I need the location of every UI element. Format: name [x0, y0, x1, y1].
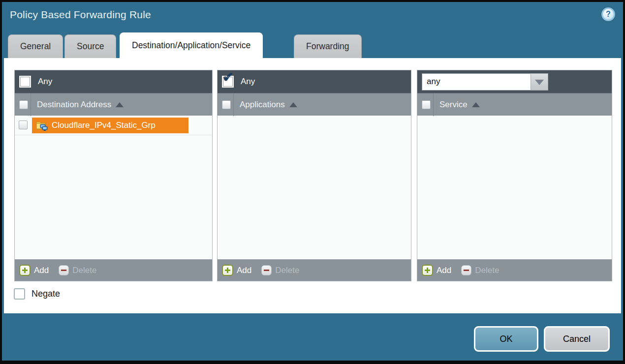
plus-icon: [19, 265, 31, 276]
dialog-title: Policy Based Forwarding Rule: [10, 9, 151, 21]
destination-header-row: Destination Address: [15, 93, 212, 116]
pbf-rule-dialog: Policy Based Forwarding Rule ? General S…: [0, 0, 625, 364]
minus-icon: [461, 265, 471, 275]
service-footer: Add Delete: [417, 259, 612, 281]
negate-checkbox[interactable]: [14, 288, 25, 300]
tab-general[interactable]: General: [8, 34, 63, 58]
service-type-value[interactable]: any: [422, 73, 531, 91]
header-divider: [31, 93, 31, 116]
help-glyph: ?: [606, 10, 611, 19]
cancel-button[interactable]: Cancel: [544, 326, 610, 352]
destination-footer: Add Delete: [15, 259, 212, 281]
applications-delete-button[interactable]: Delete: [261, 265, 299, 275]
sort-ascending-icon[interactable]: [289, 102, 297, 107]
applications-any-label: Any: [241, 77, 255, 87]
applications-any-checkbox[interactable]: ✔: [222, 76, 234, 88]
tab-strip: General Source Destination/Application/S…: [6, 32, 596, 58]
service-column-header[interactable]: Service: [439, 100, 468, 110]
service-delete-button[interactable]: Delete: [461, 265, 499, 275]
destination-any-label: Any: [38, 77, 52, 87]
service-type-dropdown-button[interactable]: [531, 73, 548, 91]
destination-list: Cloudflare_IPv4_Static_Grp: [15, 116, 212, 259]
help-icon[interactable]: ?: [601, 7, 615, 21]
service-type-dropdown[interactable]: any: [422, 73, 548, 91]
header-divider: [233, 93, 234, 116]
address-row-label: Cloudflare_IPv4_Static_Grp: [52, 121, 156, 130]
minus-icon: [261, 265, 272, 275]
title-bar: Policy Based Forwarding Rule ?: [2, 2, 623, 32]
checkmark-icon: ✔: [222, 71, 234, 84]
sort-ascending-icon[interactable]: [472, 102, 480, 107]
service-any-bar: any: [417, 70, 612, 93]
address-row[interactable]: Cloudflare_IPv4_Static_Grp: [15, 116, 212, 135]
destination-select-all-checkbox[interactable]: [19, 100, 28, 109]
tab-forwarding[interactable]: Forwarding: [294, 34, 362, 58]
destination-column-header[interactable]: Destination Address: [37, 100, 111, 110]
plus-icon: [422, 265, 433, 276]
dropdown-arrow-icon: [535, 80, 544, 85]
ok-button[interactable]: OK: [474, 326, 538, 352]
service-header-row: Service: [417, 93, 612, 116]
applications-any-bar: ✔ Any: [218, 70, 411, 93]
service-column: any Service Add D: [417, 70, 612, 281]
tab-source[interactable]: Source: [64, 34, 116, 58]
destination-add-button[interactable]: Add: [19, 265, 49, 276]
address-row-checkbox[interactable]: [19, 121, 28, 129]
negate-option: Negate: [14, 288, 60, 300]
destination-any-bar: Any: [15, 70, 212, 93]
applications-column-header[interactable]: Applications: [240, 100, 285, 110]
address-row-highlight[interactable]: Cloudflare_IPv4_Static_Grp: [32, 118, 188, 133]
applications-list: [218, 116, 411, 259]
destination-any-checkbox[interactable]: [19, 76, 31, 88]
destination-delete-button[interactable]: Delete: [59, 265, 96, 275]
service-add-button[interactable]: Add: [422, 265, 451, 276]
header-divider: [433, 93, 434, 116]
service-select-all-checkbox[interactable]: [422, 100, 431, 109]
service-list: [417, 116, 612, 259]
applications-footer: Add Delete: [218, 259, 411, 281]
applications-header-row: Applications: [218, 93, 411, 116]
content-panel: Any Destination Address: [4, 58, 621, 313]
address-group-icon: [36, 120, 48, 131]
applications-add-button[interactable]: Add: [222, 265, 251, 276]
minus-icon: [59, 265, 69, 275]
sort-ascending-icon[interactable]: [116, 102, 124, 107]
applications-column: ✔ Any Applications Add Delete: [217, 70, 411, 281]
tab-destination-application-service[interactable]: Destination/Application/Service: [120, 32, 263, 60]
negate-label: Negate: [31, 289, 60, 299]
destination-column: Any Destination Address: [14, 70, 213, 281]
plus-icon: [222, 265, 233, 276]
applications-select-all-checkbox[interactable]: [222, 100, 231, 109]
